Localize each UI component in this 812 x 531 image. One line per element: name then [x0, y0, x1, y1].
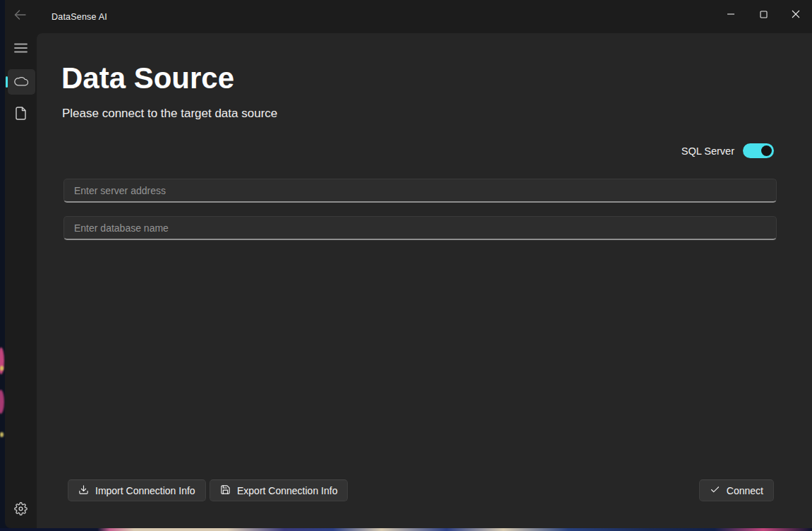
maximize-button[interactable]	[747, 0, 780, 30]
import-connection-button[interactable]: Import Connection Info	[68, 479, 206, 501]
sidebar-item-settings[interactable]	[5, 497, 37, 523]
toggle-knob	[761, 145, 772, 156]
desktop-wallpaper-bottom-edge	[0, 528, 812, 531]
app-title: DataSense AI	[51, 12, 107, 22]
minimize-button[interactable]	[715, 0, 747, 30]
sidebar-item-documents[interactable]	[5, 102, 37, 127]
connect-button[interactable]: Connect	[699, 479, 774, 501]
gear-icon	[14, 502, 28, 518]
page-title: Data Source	[61, 61, 234, 95]
export-button-label: Export Connection Info	[237, 485, 337, 496]
titlebar: DataSense AI	[5, 0, 812, 33]
desktop-wallpaper-left-edge	[0, 0, 5, 531]
server-address-input[interactable]	[63, 179, 777, 203]
check-icon	[710, 484, 720, 497]
sql-server-toggle[interactable]	[743, 143, 774, 158]
back-arrow-icon	[14, 10, 26, 23]
back-button[interactable]	[9, 7, 30, 25]
close-button[interactable]	[780, 0, 812, 30]
sidebar-item-data-source[interactable]	[5, 69, 37, 95]
download-icon	[78, 484, 89, 497]
database-name-input[interactable]	[63, 216, 777, 240]
wallpaper-blob	[0, 390, 4, 414]
page-subtitle: Please connect to the target data source	[62, 107, 277, 121]
sidebar	[5, 33, 37, 528]
minimize-icon	[727, 8, 735, 21]
nav-menu-button[interactable]	[5, 37, 37, 62]
wallpaper-blob	[0, 432, 4, 437]
hamburger-icon	[14, 43, 28, 56]
connect-button-label: Connect	[727, 485, 763, 496]
import-button-label: Import Connection Info	[95, 485, 195, 496]
selection-indicator	[6, 76, 8, 88]
export-connection-button[interactable]: Export Connection Info	[210, 479, 348, 501]
maximize-icon	[760, 8, 768, 21]
save-icon	[220, 484, 231, 497]
sql-server-toggle-row: SQL Server	[681, 143, 774, 158]
app-window: DataSense AI	[5, 0, 812, 528]
main-content: Data Source Please connect to the target…	[37, 33, 812, 528]
wallpaper-blob	[0, 366, 4, 371]
close-icon	[792, 8, 800, 21]
sql-server-toggle-label: SQL Server	[681, 145, 734, 157]
